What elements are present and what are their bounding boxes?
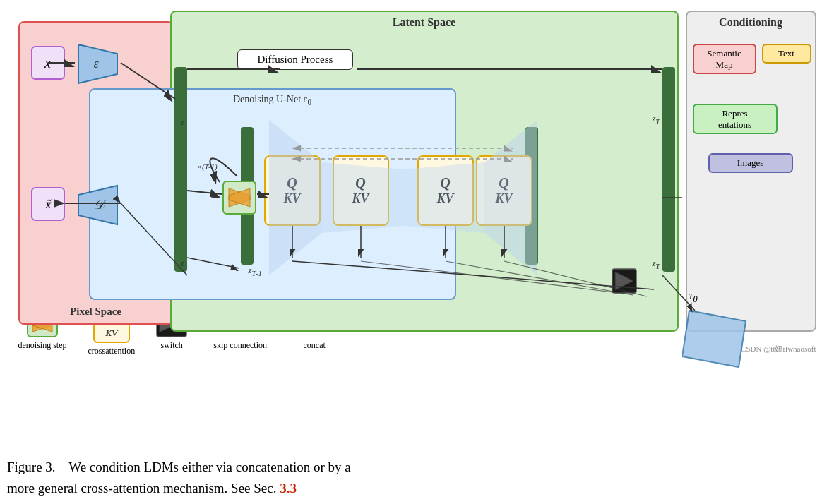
- x-input-box: x: [31, 46, 65, 80]
- unet-label: Denoising U-Net εθ: [90, 94, 455, 107]
- bowtie-diagram-icon: [222, 180, 257, 215]
- qkv-block-4: Q KV: [476, 155, 532, 226]
- times-t1-label: ×(T-1): [197, 162, 218, 171]
- legend-skip-label: skip connection: [213, 340, 267, 351]
- svg-text:KV: KV: [105, 328, 119, 338]
- kv-label-4: KV: [495, 191, 512, 206]
- q-label-1: Q: [287, 175, 297, 191]
- caption-ref: 3.3: [280, 481, 297, 496]
- tau-label: τθ: [689, 289, 698, 305]
- diffusion-process-label: Diffusion Process: [237, 49, 354, 70]
- qkv-block-2: Q KV: [333, 155, 389, 226]
- svg-marker-7: [682, 311, 746, 367]
- x-label: x: [44, 55, 51, 71]
- legend-crossattention-label: crossattention: [88, 346, 136, 356]
- legend-concat-label: concat: [304, 340, 326, 351]
- vbar-right-outer: [662, 67, 675, 272]
- decoder-shape: 𝒟: [75, 182, 121, 228]
- legend-denoising-label: denoising step: [18, 340, 67, 351]
- cond-representations: Representations: [693, 104, 778, 134]
- svg-text:ε: ε: [93, 56, 99, 71]
- conditioning-label: Conditioning: [687, 16, 815, 29]
- pixel-space-label: Pixel Space: [20, 306, 172, 318]
- xtilde-box: x̃: [31, 187, 65, 221]
- zt1-label: zT-1: [249, 265, 262, 277]
- z-label-bottom: z: [181, 258, 184, 269]
- cond-images: Images: [708, 153, 793, 173]
- qkv-block-3: Q KV: [417, 155, 474, 226]
- cond-text: Text: [762, 44, 811, 64]
- encoder-shape: ε: [75, 41, 121, 87]
- vbar-left-outer: [174, 67, 187, 272]
- tau-model-shape: [682, 304, 753, 374]
- switch-diagram-icon: [612, 268, 637, 294]
- cond-semantic-map: SemanticMap: [693, 44, 756, 74]
- latent-space-label: Latent Space: [172, 16, 677, 29]
- conditioning-box: Conditioning SemanticMap Text Representa…: [686, 11, 816, 332]
- q-label-2: Q: [355, 175, 365, 191]
- qkv-block-1: Q KV: [264, 155, 321, 226]
- xtilde-label: x̃: [44, 198, 51, 211]
- kv-label-3: KV: [436, 191, 453, 206]
- q-label-4: Q: [499, 175, 508, 191]
- caption-text: Figure 3. We condition LDMs either via c…: [7, 460, 351, 495]
- zt-label-bottom: zT: [653, 258, 660, 270]
- figure-caption: Figure 3. We condition LDMs either via c…: [7, 457, 784, 498]
- zt-label-top: zT: [653, 113, 660, 126]
- legend-switch-label: switch: [160, 340, 182, 351]
- diffusion-process-box: Diffusion Process: [237, 49, 354, 70]
- main-container: Pixel Space Latent Space Conditioning Se…: [0, 0, 834, 504]
- z-label-top: z: [181, 116, 184, 128]
- diagram-area: Pixel Space Latent Space Conditioning Se…: [18, 7, 816, 402]
- kv-label-1: KV: [283, 191, 300, 206]
- q-label-3: Q: [440, 175, 450, 191]
- kv-label-2: KV: [352, 191, 369, 206]
